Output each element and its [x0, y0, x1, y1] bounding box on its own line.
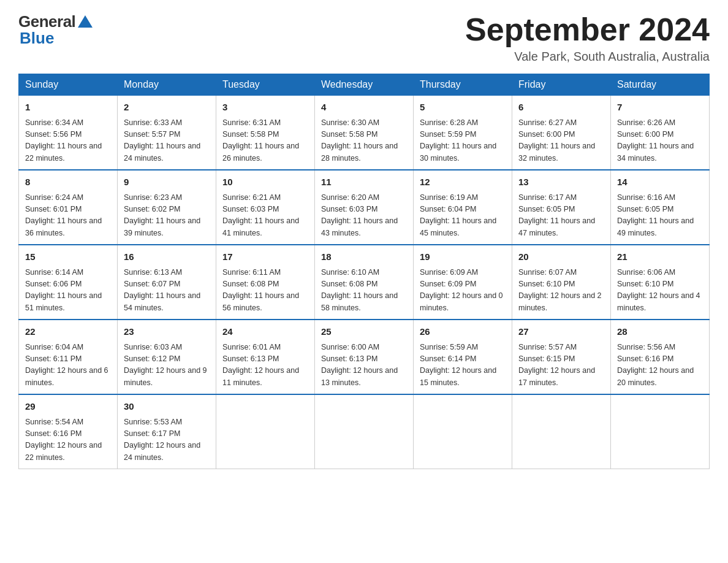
- calendar-day-cell: 8 Sunrise: 6:24 AMSunset: 6:01 PMDayligh…: [19, 170, 118, 245]
- day-number: 12: [420, 175, 506, 190]
- calendar-day-cell: 10 Sunrise: 6:21 AMSunset: 6:03 PMDaylig…: [216, 170, 315, 245]
- day-info: Sunrise: 6:26 AMSunset: 6:00 PMDaylight:…: [617, 117, 703, 165]
- day-info: Sunrise: 5:54 AMSunset: 6:16 PMDaylight:…: [25, 416, 111, 464]
- day-info: Sunrise: 6:34 AMSunset: 5:56 PMDaylight:…: [25, 117, 111, 165]
- day-number: 15: [25, 250, 111, 264]
- page-header: General Blue September 2024 Vale Park, S…: [18, 12, 710, 64]
- day-number: 8: [25, 175, 111, 190]
- day-info: Sunrise: 6:13 AMSunset: 6:07 PMDaylight:…: [124, 267, 210, 315]
- day-info: Sunrise: 6:00 AMSunset: 6:13 PMDaylight:…: [321, 342, 407, 389]
- day-info: Sunrise: 6:27 AMSunset: 6:00 PMDaylight:…: [518, 117, 604, 165]
- day-info: Sunrise: 5:59 AMSunset: 6:14 PMDaylight:…: [420, 342, 506, 389]
- day-number: 10: [222, 175, 308, 190]
- column-header-monday: Monday: [118, 74, 216, 96]
- day-number: 14: [617, 175, 703, 190]
- calendar-day-cell: 30 Sunrise: 5:53 AMSunset: 6:17 PMDaylig…: [118, 394, 216, 469]
- empty-cell: [611, 394, 710, 469]
- calendar-day-cell: 28 Sunrise: 5:56 AMSunset: 6:16 PMDaylig…: [611, 320, 710, 394]
- column-header-saturday: Saturday: [611, 74, 710, 96]
- calendar-week-row: 15 Sunrise: 6:14 AMSunset: 6:06 PMDaylig…: [19, 245, 710, 320]
- day-info: Sunrise: 5:57 AMSunset: 6:15 PMDaylight:…: [518, 342, 604, 389]
- day-number: 5: [420, 101, 506, 115]
- day-number: 20: [518, 250, 604, 264]
- day-number: 18: [321, 250, 407, 264]
- day-number: 6: [518, 101, 604, 115]
- calendar-day-cell: 24 Sunrise: 6:01 AMSunset: 6:13 PMDaylig…: [216, 320, 315, 394]
- day-info: Sunrise: 6:06 AMSunset: 6:10 PMDaylight:…: [617, 267, 703, 315]
- day-number: 7: [617, 101, 703, 115]
- day-number: 4: [321, 101, 407, 115]
- calendar-week-row: 8 Sunrise: 6:24 AMSunset: 6:01 PMDayligh…: [19, 170, 710, 245]
- day-info: Sunrise: 6:17 AMSunset: 6:05 PMDaylight:…: [518, 192, 604, 240]
- calendar-week-row: 29 Sunrise: 5:54 AMSunset: 6:16 PMDaylig…: [19, 394, 710, 469]
- day-info: Sunrise: 6:20 AMSunset: 6:03 PMDaylight:…: [321, 192, 407, 240]
- column-header-sunday: Sunday: [19, 74, 118, 96]
- calendar-day-cell: 15 Sunrise: 6:14 AMSunset: 6:06 PMDaylig…: [19, 245, 118, 320]
- column-header-friday: Friday: [512, 74, 611, 96]
- column-header-tuesday: Tuesday: [216, 74, 315, 96]
- column-header-wednesday: Wednesday: [315, 74, 414, 96]
- calendar-day-cell: 12 Sunrise: 6:19 AMSunset: 6:04 PMDaylig…: [414, 170, 512, 245]
- empty-cell: [512, 394, 611, 469]
- calendar-day-cell: 9 Sunrise: 6:23 AMSunset: 6:02 PMDayligh…: [118, 170, 216, 245]
- day-info: Sunrise: 5:53 AMSunset: 6:17 PMDaylight:…: [124, 416, 210, 464]
- day-number: 17: [222, 250, 308, 264]
- calendar-week-row: 22 Sunrise: 6:04 AMSunset: 6:11 PMDaylig…: [19, 320, 710, 394]
- calendar-day-cell: 11 Sunrise: 6:20 AMSunset: 6:03 PMDaylig…: [315, 170, 414, 245]
- empty-cell: [315, 394, 414, 469]
- day-number: 26: [420, 325, 506, 339]
- calendar-day-cell: 6 Sunrise: 6:27 AMSunset: 6:00 PMDayligh…: [512, 96, 611, 170]
- day-number: 1: [25, 101, 111, 115]
- day-info: Sunrise: 6:16 AMSunset: 6:05 PMDaylight:…: [617, 192, 703, 240]
- logo-blue-text: Blue: [20, 29, 54, 48]
- calendar-day-cell: 7 Sunrise: 6:26 AMSunset: 6:00 PMDayligh…: [611, 96, 710, 170]
- empty-cell: [414, 394, 512, 469]
- day-number: 23: [124, 325, 210, 339]
- day-number: 28: [617, 325, 703, 339]
- day-number: 2: [124, 101, 210, 115]
- location-subtitle: Vale Park, South Australia, Australia: [465, 50, 710, 64]
- day-number: 25: [321, 325, 407, 339]
- day-info: Sunrise: 6:24 AMSunset: 6:01 PMDaylight:…: [25, 192, 111, 240]
- title-area: September 2024 Vale Park, South Australi…: [465, 12, 710, 64]
- calendar-day-cell: 27 Sunrise: 5:57 AMSunset: 6:15 PMDaylig…: [512, 320, 611, 394]
- calendar-day-cell: 5 Sunrise: 6:28 AMSunset: 5:59 PMDayligh…: [414, 96, 512, 170]
- calendar-day-cell: 21 Sunrise: 6:06 AMSunset: 6:10 PMDaylig…: [611, 245, 710, 320]
- calendar-day-cell: 2 Sunrise: 6:33 AMSunset: 5:57 PMDayligh…: [118, 96, 216, 170]
- calendar-day-cell: 3 Sunrise: 6:31 AMSunset: 5:58 PMDayligh…: [216, 96, 315, 170]
- calendar-table: SundayMondayTuesdayWednesdayThursdayFrid…: [18, 74, 710, 469]
- calendar-day-cell: 19 Sunrise: 6:09 AMSunset: 6:09 PMDaylig…: [414, 245, 512, 320]
- logo: General Blue: [18, 12, 93, 48]
- day-info: Sunrise: 5:56 AMSunset: 6:16 PMDaylight:…: [617, 342, 703, 389]
- day-info: Sunrise: 6:30 AMSunset: 5:58 PMDaylight:…: [321, 117, 407, 165]
- day-number: 13: [518, 175, 604, 190]
- column-header-thursday: Thursday: [414, 74, 512, 96]
- day-number: 29: [25, 400, 111, 414]
- day-info: Sunrise: 6:21 AMSunset: 6:03 PMDaylight:…: [222, 192, 308, 240]
- calendar-day-cell: 16 Sunrise: 6:13 AMSunset: 6:07 PMDaylig…: [118, 245, 216, 320]
- day-info: Sunrise: 6:33 AMSunset: 5:57 PMDaylight:…: [124, 117, 210, 165]
- day-info: Sunrise: 6:28 AMSunset: 5:59 PMDaylight:…: [420, 117, 506, 165]
- calendar-day-cell: 4 Sunrise: 6:30 AMSunset: 5:58 PMDayligh…: [315, 96, 414, 170]
- day-number: 27: [518, 325, 604, 339]
- day-info: Sunrise: 6:04 AMSunset: 6:11 PMDaylight:…: [25, 342, 111, 389]
- day-number: 21: [617, 250, 703, 264]
- day-info: Sunrise: 6:03 AMSunset: 6:12 PMDaylight:…: [124, 342, 210, 389]
- day-number: 11: [321, 175, 407, 190]
- calendar-day-cell: 23 Sunrise: 6:03 AMSunset: 6:12 PMDaylig…: [118, 320, 216, 394]
- month-year-title: September 2024: [465, 12, 710, 47]
- calendar-day-cell: 20 Sunrise: 6:07 AMSunset: 6:10 PMDaylig…: [512, 245, 611, 320]
- logo-triangle-icon: [78, 15, 93, 28]
- day-info: Sunrise: 6:14 AMSunset: 6:06 PMDaylight:…: [25, 267, 111, 315]
- day-info: Sunrise: 6:09 AMSunset: 6:09 PMDaylight:…: [420, 267, 506, 315]
- day-number: 24: [222, 325, 308, 339]
- day-info: Sunrise: 6:11 AMSunset: 6:08 PMDaylight:…: [222, 267, 308, 315]
- day-number: 22: [25, 325, 111, 339]
- calendar-day-cell: 13 Sunrise: 6:17 AMSunset: 6:05 PMDaylig…: [512, 170, 611, 245]
- day-info: Sunrise: 6:19 AMSunset: 6:04 PMDaylight:…: [420, 192, 506, 240]
- calendar-day-cell: 25 Sunrise: 6:00 AMSunset: 6:13 PMDaylig…: [315, 320, 414, 394]
- day-number: 19: [420, 250, 506, 264]
- calendar-day-cell: 1 Sunrise: 6:34 AMSunset: 5:56 PMDayligh…: [19, 96, 118, 170]
- day-info: Sunrise: 6:10 AMSunset: 6:08 PMDaylight:…: [321, 267, 407, 315]
- day-number: 16: [124, 250, 210, 264]
